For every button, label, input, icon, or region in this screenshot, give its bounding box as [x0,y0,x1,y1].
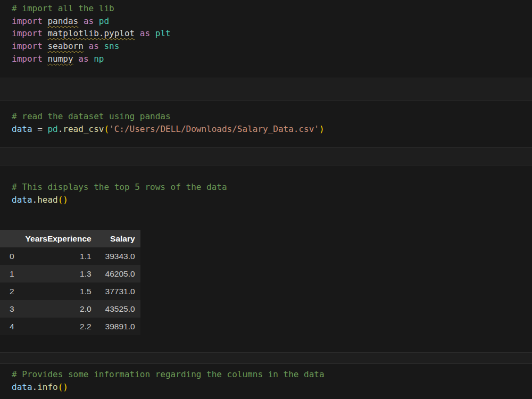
code-line: # This displays the top 5 rows of the da… [12,181,532,194]
cell-separator [0,78,532,101]
code-token [135,28,140,38]
code-line: import numpy as np [12,53,532,65]
code-editor[interactable]: # read the dataset using pandasdata = pd… [12,110,532,135]
cell-separator [0,147,532,165]
code-token: # read the dataset using pandas [12,111,171,121]
code-cell-head: # This displays the top 5 rows of the da… [0,165,532,352]
cell-separator [0,352,532,364]
row-index: 0 [0,247,20,265]
code-token: () [58,195,68,205]
code-token: 'C:/Users/DELL/Downloads/Salary_Data.csv… [109,124,319,134]
code-token: import [12,54,43,64]
code-token: sns [104,41,119,51]
code-token: # Provides some information regarding th… [12,369,325,379]
table-cell: 1.3 [20,265,97,282]
code-token: as [89,41,99,51]
code-token: import [12,16,43,26]
code-editor[interactable]: # import all the libimport pandas as pdi… [12,2,532,65]
code-line: # read the dataset using pandas [12,110,532,123]
code-editor[interactable]: # This displays the top 5 rows of the da… [12,181,532,206]
table-row: 32.043525.0 [0,300,140,318]
code-token [84,41,89,51]
code-cell-read-csv: # read the dataset using pandasdata = pd… [0,101,532,147]
code-token [43,28,48,38]
code-line: # import all the lib [12,2,532,15]
code-token: . [32,382,38,392]
code-token [43,41,48,51]
code-token: numpy [47,54,73,64]
code-token: info [37,382,58,392]
table-cell: 2.0 [20,300,97,318]
code-token: as [140,28,150,38]
table-cell: 39891.0 [97,318,140,335]
code-cell-imports: # import all the libimport pandas as pdi… [0,0,532,78]
code-token: as [84,16,94,26]
row-index: 1 [0,265,20,282]
row-index: 2 [0,282,20,300]
notebook: # import all the libimport pandas as pdi… [0,0,532,399]
table-row: 11.346205.0 [0,265,140,282]
table-cell: 43525.0 [97,300,140,318]
table-cell: 39343.0 [97,247,140,265]
table-cell: 46205.0 [97,265,140,282]
code-token: () [58,382,68,392]
code-token [99,41,104,51]
code-token: ( [104,124,109,134]
code-token: . [58,124,63,134]
code-token: as [78,54,88,64]
table-row: 21.537731.0 [0,282,140,300]
code-token [89,54,94,64]
code-token: data [12,124,32,134]
code-editor[interactable]: # Provides some information regarding th… [12,368,532,393]
column-header: Salary [97,230,140,247]
code-token: pandas [47,16,78,26]
code-token: head [37,195,58,205]
code-cell-info: # Provides some information regarding th… [0,364,532,399]
table-cell: 1.1 [20,247,97,265]
code-token: = [32,124,48,134]
code-token [43,16,48,26]
code-token: matplotlib.pyplot [47,28,135,38]
code-token: # import all the lib [12,3,114,13]
table-header-row: YearsExperience Salary [0,230,140,247]
code-token: import [12,28,43,38]
code-line: import seaborn as sns [12,40,532,53]
dataframe-output: YearsExperience Salary 01.139343.011.346… [0,230,532,335]
table-cell: 37731.0 [97,282,140,300]
code-token: data [12,382,32,392]
code-token [73,54,79,64]
column-header: YearsExperience [20,230,97,247]
row-index: 4 [0,318,20,335]
code-line: import matplotlib.pyplot as plt [12,27,532,40]
code-token [94,16,99,26]
code-line: data = pd.read_csv('C:/Users/DELL/Downlo… [12,123,532,136]
code-token [150,28,155,38]
code-token: np [94,54,104,64]
code-token: seaborn [47,41,83,51]
table-cell: 2.2 [20,318,97,335]
row-index: 3 [0,300,20,318]
code-token: data [12,195,32,205]
code-token: plt [155,28,171,38]
table-cell: 1.5 [20,282,97,300]
code-token: pd [47,124,57,134]
table-row: 01.139343.0 [0,247,140,265]
code-token: read_csv [63,124,104,134]
code-token: pd [99,16,109,26]
code-line: data.info() [12,381,532,394]
code-token [78,16,84,26]
dataframe-table: YearsExperience Salary 01.139343.011.346… [0,230,140,335]
code-token [43,54,48,64]
code-token: # This displays the top 5 rows of the da… [12,182,227,192]
code-line: # Provides some information regarding th… [12,368,532,381]
code-token: import [12,41,43,51]
dataframe-body: 01.139343.011.346205.021.537731.032.0435… [0,247,140,335]
code-token: ) [319,124,325,134]
code-line: import pandas as pd [12,15,532,28]
table-row: 42.239891.0 [0,318,140,335]
index-column-header [0,230,20,247]
code-line: data.head() [12,194,532,206]
code-token: . [32,195,38,205]
